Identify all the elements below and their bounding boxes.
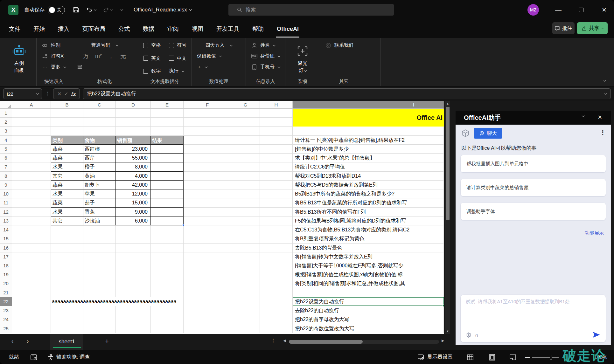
cell-E18[interactable] <box>151 261 184 270</box>
horizontal-scrollbar[interactable] <box>289 340 439 344</box>
row-header-8[interactable]: 8 <box>0 172 12 181</box>
round-dropdown[interactable]: 四舍五入 <box>197 41 241 49</box>
cell-I8[interactable]: 帮我对C5到D13求和放到D14 <box>293 172 444 181</box>
checkbox-symbol[interactable]: 符号 <box>169 41 186 49</box>
cell-C15[interactable] <box>83 234 116 243</box>
cell-C25[interactable] <box>83 324 116 333</box>
cell-C8[interactable]: 黄油 <box>83 172 116 181</box>
cell-C11[interactable]: 茄子 <box>83 198 116 207</box>
cell-C3[interactable] <box>83 127 116 135</box>
cell-H10[interactable] <box>260 189 293 198</box>
cell-A10[interactable] <box>12 189 51 198</box>
cell-B22-overflow-text[interactable]: aaaaaaaaaaaaaaaaaaaaaaaaaaaaaaaaaaaaaaaa… <box>51 297 177 306</box>
cell-I20[interactable]: 将[类别]相同的[销售额]求和汇总,并做成柱状图,其 <box>293 279 444 288</box>
cell-I15[interactable]: 将B列重复项背景色标记为黄色 <box>293 234 444 243</box>
cell-H11[interactable] <box>260 198 293 207</box>
row-header-12[interactable]: 12 <box>0 208 12 216</box>
cell-H17[interactable] <box>260 252 293 261</box>
cell-C5[interactable]: 西红柿 <box>83 145 116 154</box>
cell-I4[interactable]: 请计算一下[类别]中蔬菜的总[销售额],结果放在F2 <box>293 136 444 145</box>
cell-G10[interactable] <box>231 189 260 198</box>
column-header-C[interactable]: C <box>83 101 116 109</box>
cell-I12[interactable]: 将B5:B13所有不同的值写在F列 <box>293 208 444 216</box>
menu-tab-页面布局[interactable]: 页面布局 <box>82 20 106 38</box>
cell-C18[interactable] <box>83 261 116 270</box>
suggestion-card-3[interactable]: 调整助手字体 <box>461 203 606 220</box>
panel-collapse-chevron[interactable] <box>582 114 584 117</box>
cell-C2[interactable] <box>83 118 116 127</box>
cell-H1[interactable] <box>260 109 293 118</box>
checkbox-chinese[interactable]: 中文 <box>169 54 186 62</box>
cell-F9[interactable] <box>184 181 231 189</box>
cell-F11[interactable] <box>184 198 231 207</box>
cell-G13[interactable] <box>231 216 260 225</box>
cell-B19[interactable] <box>51 270 83 279</box>
cell-H23[interactable] <box>260 306 293 315</box>
row-header-16[interactable]: 16 <box>0 244 12 252</box>
cell-B24[interactable] <box>51 315 83 324</box>
checkbox-number[interactable]: 数字 <box>143 67 161 75</box>
row-header-5[interactable]: 5 <box>0 145 12 154</box>
cell-D5[interactable]: 23,000 <box>116 145 151 154</box>
cell-F25[interactable] <box>184 324 231 333</box>
cell-D21[interactable] <box>116 288 151 297</box>
comments-button[interactable]: 批注 <box>552 22 575 34</box>
gear-icon[interactable] <box>465 332 472 339</box>
features-link[interactable]: 功能展示 <box>585 230 604 236</box>
cell-D25[interactable] <box>116 324 151 333</box>
cell-C14[interactable] <box>83 225 116 234</box>
cell-I3[interactable] <box>293 127 444 135</box>
cell-H16[interactable] <box>260 244 293 252</box>
menu-tab-数据[interactable]: 数据 <box>142 20 155 38</box>
cell-A3[interactable] <box>12 127 51 135</box>
cell-I11[interactable]: 将B5:B13中值是蔬菜的行所对应的D列的值求和写 <box>293 198 444 207</box>
cell-F2[interactable] <box>184 118 231 127</box>
cell-H7[interactable] <box>260 162 293 171</box>
cell-B23[interactable] <box>51 306 83 315</box>
menu-tab-公式[interactable]: 公式 <box>118 20 130 38</box>
cell-D3[interactable] <box>116 127 151 135</box>
yuan-format-button[interactable]: 元 <box>120 52 126 60</box>
menu-tab-帮助[interactable]: 帮助 <box>252 20 264 38</box>
cell-D14[interactable] <box>116 225 151 234</box>
cell-G11[interactable] <box>231 198 260 207</box>
cell-F1[interactable] <box>184 109 231 118</box>
cell-E16[interactable] <box>151 244 184 252</box>
horizontal-scroll-thumb[interactable] <box>289 340 363 344</box>
formula-expand-chevron[interactable] <box>604 92 607 94</box>
menu-tab-开发工具[interactable]: 开发工具 <box>216 20 240 38</box>
cell-H21[interactable] <box>260 288 293 297</box>
cell-C9[interactable]: 胡萝卜 <box>83 181 116 189</box>
cell-B11[interactable]: 蔬菜 <box>51 198 83 207</box>
cell-B16[interactable] <box>51 244 83 252</box>
accessibility-status[interactable]: 辅助功能: 调查 <box>48 350 90 364</box>
save-button[interactable] <box>73 6 80 13</box>
cell-I7[interactable]: 请统计C2:C6的平均值 <box>293 162 444 171</box>
cell-A23[interactable] <box>12 306 51 315</box>
cell-C7[interactable]: 橙子 <box>83 162 116 171</box>
confirm-entry-button[interactable]: ✓ <box>64 91 68 97</box>
cell-H3[interactable] <box>260 127 293 135</box>
cell-E3[interactable] <box>151 127 184 135</box>
column-header-A[interactable]: A <box>12 101 51 109</box>
column-header-I[interactable]: I <box>293 101 444 109</box>
cell-I25[interactable]: 把b22的奇数位置改为大写 <box>293 324 444 333</box>
formula-input[interactable]: 把b22设置为自动换行 <box>83 88 611 99</box>
row-header-1[interactable]: 1 <box>0 109 12 118</box>
cell-E13[interactable] <box>151 216 184 225</box>
cell-D9[interactable]: 42,000 <box>116 181 151 189</box>
cell-A14[interactable] <box>12 225 51 234</box>
column-header-B[interactable]: B <box>51 101 83 109</box>
hscroll-right-arrow[interactable]: ▶ <box>442 339 444 343</box>
cell-F12[interactable] <box>184 208 231 216</box>
cell-D8[interactable]: 4,000 <box>116 172 151 181</box>
cell-E6[interactable] <box>151 154 184 162</box>
cell-A16[interactable] <box>12 244 51 252</box>
cell-E9[interactable] <box>151 181 184 189</box>
cell-G7[interactable] <box>231 162 260 171</box>
undo-button[interactable] <box>86 6 96 13</box>
zoom-out-button[interactable]: — <box>525 350 530 364</box>
cell-H13[interactable] <box>260 216 293 225</box>
cell-A6[interactable] <box>12 154 51 162</box>
share-button[interactable]: 共享 <box>577 22 608 34</box>
